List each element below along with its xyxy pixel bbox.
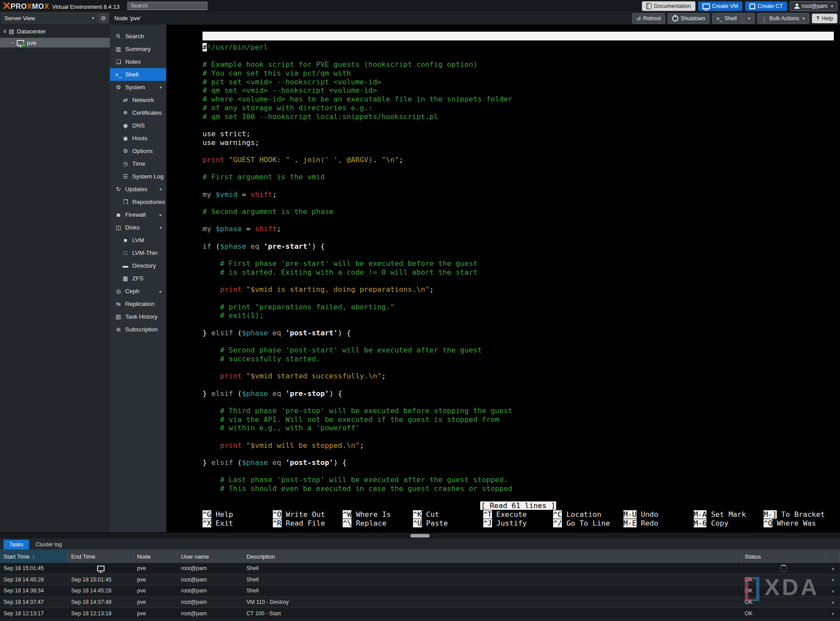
code-segment: 'pre-stop'	[286, 389, 329, 398]
user-menu-button[interactable]: root@pam ▾	[790, 1, 837, 11]
column-header-end-time[interactable]: End Time	[68, 550, 134, 563]
tab-tasks[interactable]: Tasks	[4, 540, 29, 549]
sidebar-item-label: Network	[132, 97, 154, 103]
chevron-right-icon[interactable]: ▸	[159, 213, 162, 217]
dns-icon: ◉	[122, 122, 129, 129]
code-segment: # Third phase 'pre-stop' will be execute…	[203, 407, 512, 415]
shortcut-label: To Bracket	[777, 510, 825, 519]
sidebar-item-dns[interactable]: ◉DNS	[110, 119, 166, 132]
tree-expanded-icon[interactable]: ∨	[2, 28, 8, 34]
sidebar-item-system[interactable]: ⚙System▾	[110, 81, 166, 94]
sidebar-item-label: Certificates	[132, 109, 162, 116]
sidebar-item-firewall[interactable]: ◙Firewall▸	[110, 208, 166, 221]
code-line: } elsif ($phase eq 'post-start') {	[203, 329, 834, 338]
chevron-down-icon[interactable]: ▾	[159, 85, 162, 90]
chevron-down-icon[interactable]: ▾	[159, 225, 162, 230]
shortcut-key: M-A	[694, 510, 707, 519]
shell-button[interactable]: >_ Shell ▾	[712, 13, 755, 24]
documentation-button[interactable]: Documentation	[642, 1, 695, 11]
create-vm-button[interactable]: Create VM	[698, 1, 743, 11]
task-row[interactable]: Sep 18 15:01:45pveroot@pamShell›	[0, 563, 840, 574]
sidebar-item-zfs[interactable]: ▦ZFS	[110, 272, 166, 285]
sidebar-item-replication[interactable]: ⇆Replication	[110, 298, 166, 310]
code-line	[203, 182, 834, 190]
cube-icon	[749, 4, 755, 9]
tree-collapsed-icon[interactable]: ›	[10, 40, 16, 46]
code-line	[203, 233, 834, 242]
code-segment: =	[237, 190, 250, 199]
task-row[interactable]: Sep 18 12:13:17Sep 18 12:13:18pveroot@pa…	[0, 608, 840, 619]
row-chevron-icon[interactable]: ›	[826, 563, 840, 574]
sidebar-item-updates[interactable]: ↻Updates▾	[110, 183, 166, 196]
sidebar-item-network[interactable]: ⇄Network	[110, 94, 166, 106]
chevron-down-icon[interactable]: ▾	[159, 187, 162, 192]
code-segment: ;	[360, 441, 364, 450]
row-chevron-icon[interactable]: ›	[826, 585, 840, 596]
terminal-icon: >_	[717, 16, 722, 22]
code-line: # is started. Exiting with a code != 0 w…	[203, 268, 834, 277]
code-segment: my	[203, 225, 216, 233]
column-header-start-time[interactable]: Start Time↓	[0, 550, 68, 563]
sidebar-item-lvm-thin[interactable]: □LVM-Thin	[110, 247, 166, 259]
bulk-actions-button[interactable]: ⋮ Bulk Actions ▾	[757, 13, 809, 24]
sidebar-item-options[interactable]: ⚙Options	[110, 145, 166, 157]
code-segment: eq	[272, 329, 281, 337]
shutdown-button[interactable]: Shutdown	[668, 13, 710, 24]
sidebar-item-time[interactable]: ◷Time	[110, 157, 166, 170]
sidebar-item-task-history[interactable]: ▤Task History	[110, 310, 166, 323]
column-header-node[interactable]: Node	[134, 550, 177, 563]
shortcut-key: ^G	[203, 510, 211, 519]
code-segment: eq	[272, 458, 281, 467]
column-header-status[interactable]: Status	[741, 550, 826, 563]
tree-item-pve[interactable]: ›pve	[0, 38, 110, 47]
task-user: root@pam	[177, 608, 243, 619]
nano-shortcut: M-U Undo	[623, 510, 694, 519]
chevron-right-icon[interactable]: ▸	[159, 289, 162, 294]
code-line: # Third phase 'pre-stop' will be execute…	[203, 407, 834, 415]
sidebar-item-system-log[interactable]: ☰System Log	[110, 170, 166, 183]
sidebar-item-label: LVM-Thin	[132, 250, 158, 256]
view-selector[interactable]: Server View ▾	[1, 13, 97, 23]
sidebar-item-shell[interactable]: >_Shell	[110, 68, 166, 81]
column-header-description[interactable]: Description	[243, 550, 741, 563]
task-row[interactable]: Sep 18 14:37:47Sep 18 14:37:48pveroot@pa…	[0, 597, 840, 608]
global-search-input[interactable]	[127, 2, 207, 10]
help-button[interactable]: ? Help	[812, 14, 837, 23]
row-chevron-icon[interactable]: ›	[826, 574, 840, 585]
sidebar-item-subscription[interactable]: ⊛Subscription	[110, 323, 166, 336]
tasks-table-header: Start Time↓End TimeNodeUser nameDescript…	[0, 550, 840, 563]
tree-settings-button[interactable]: ⚙	[98, 13, 109, 23]
task-row[interactable]: Sep 18 14:38:34Sep 18 14:45:28pveroot@pa…	[0, 585, 840, 597]
proxmox-wordmark: PROXMOX	[11, 2, 49, 11]
sidebar-item-lvm[interactable]: ■LVM	[110, 234, 166, 247]
sidebar-item-repositories[interactable]: ❐Repositories	[110, 196, 166, 208]
column-header-label: Status	[745, 553, 761, 560]
tab-cluster-log[interactable]: Cluster log	[30, 540, 68, 549]
terminal-panel[interactable]: /var/lib/vz/snippets/hookscript-examples…	[167, 25, 840, 532]
create-ct-button[interactable]: Create CT	[745, 1, 787, 11]
row-chevron-icon[interactable]: ›	[826, 608, 840, 619]
sidebar-item-directory[interactable]: ▬Directory	[110, 259, 166, 272]
reboot-button[interactable]: ↺ Reboot	[632, 13, 666, 24]
splitter-drag-handle[interactable]	[410, 534, 430, 537]
task-end-time: Sep 18 14:37:48	[68, 597, 134, 608]
code-segment: $vmid	[216, 190, 238, 199]
sidebar-item-summary[interactable]: ▥Summary	[110, 43, 166, 55]
code-segment: # Second argument is the phase	[203, 207, 333, 216]
sidebar-item-search[interactable]: ⚲Search	[110, 30, 166, 43]
row-chevron-icon[interactable]: ›	[826, 597, 840, 608]
sidebar-item-disks[interactable]: ◫Disks▾	[110, 221, 166, 234]
code-segment	[246, 242, 250, 251]
power-icon	[672, 15, 678, 22]
task-row[interactable]: Sep 18 14:45:28Sep 18 15:01:45pveroot@pa…	[0, 574, 840, 586]
chevron-down-icon[interactable]: ▾	[748, 16, 750, 21]
column-header-user-name[interactable]: User name	[177, 550, 243, 563]
sidebar-item-notes[interactable]: ❏Notes	[110, 55, 166, 68]
sidebar-item-certificates[interactable]: ✵Certificates	[110, 106, 166, 119]
sidebar-item-ceph[interactable]: ◎Ceph▸	[110, 285, 166, 298]
sidebar-item-hosts[interactable]: ◉Hosts	[110, 132, 166, 145]
tree-item-datacenter[interactable]: ∨▤Datacenter	[0, 26, 110, 36]
code-line: # via the API. Will not be executed if t…	[203, 415, 834, 424]
nano-shortcut: ^C Location	[553, 510, 623, 519]
system-icon: ⚙	[115, 84, 122, 91]
